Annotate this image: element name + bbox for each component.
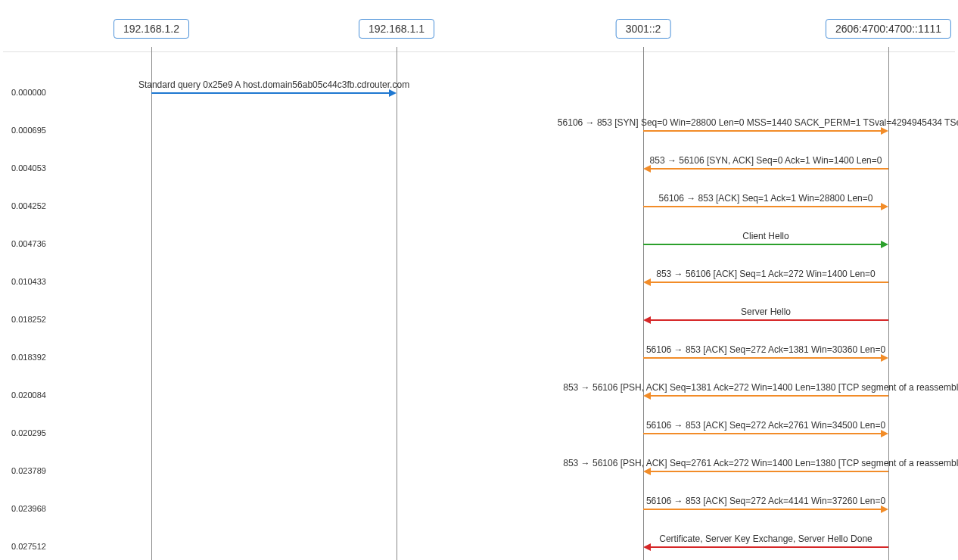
arrow-head-icon: [881, 506, 888, 513]
message-label[interactable]: 853 → 56106 [PSH, ACK] Seq=1381 Ack=272 …: [563, 382, 958, 393]
message-label[interactable]: 853 → 56106 [SYN, ACK] Seq=0 Ack=1 Win=1…: [650, 155, 882, 166]
message-arrow[interactable]: [651, 471, 888, 472]
timestamp: 0.020084: [11, 390, 46, 400]
node-n1[interactable]: 192.168.1.2: [114, 19, 189, 39]
message-arrow[interactable]: [651, 282, 888, 283]
arrow-head-icon: [881, 203, 888, 210]
message-label[interactable]: Server Hello: [741, 306, 791, 317]
timestamp: 0.000695: [11, 126, 46, 135]
message-label[interactable]: Certificate, Server Key Exchange, Server…: [659, 534, 872, 544]
timestamp: 0.004053: [11, 163, 46, 173]
message-arrow[interactable]: [651, 168, 888, 170]
arrow-head-icon: [643, 468, 651, 475]
message-arrow[interactable]: [643, 206, 881, 207]
message-arrow[interactable]: [651, 319, 888, 321]
lifeline-n2: [397, 47, 397, 560]
message-label[interactable]: Standard query 0x25e9 A host.domain56ab0…: [138, 79, 409, 90]
node-n3[interactable]: 3001::2: [616, 19, 671, 39]
message-label[interactable]: 56106 → 853 [ACK] Seq=1 Ack=1 Win=28800 …: [659, 193, 873, 204]
arrow-head-icon: [643, 278, 651, 286]
timestamp: 0.010433: [11, 277, 46, 286]
arrow-head-icon: [643, 392, 651, 400]
node-n2[interactable]: 192.168.1.1: [359, 19, 434, 39]
arrow-head-icon: [643, 165, 651, 173]
node-n4[interactable]: 2606:4700:4700::1111: [826, 19, 951, 39]
arrow-head-icon: [881, 354, 888, 362]
message-arrow[interactable]: [651, 395, 888, 397]
message-label[interactable]: 56106 → 853 [ACK] Seq=272 Ack=2761 Win=3…: [646, 420, 885, 431]
message-label[interactable]: 56106 → 853 [SYN] Seq=0 Win=28800 Len=0 …: [558, 117, 958, 128]
arrow-head-icon: [643, 316, 651, 324]
message-label[interactable]: 56106 → 853 [ACK] Seq=272 Ack=4141 Win=3…: [646, 496, 885, 506]
message-arrow[interactable]: [643, 244, 881, 245]
timestamp: 0.027512: [11, 542, 46, 551]
message-label[interactable]: 56106 → 853 [ACK] Seq=272 Ack=1381 Win=3…: [646, 344, 885, 355]
header-separator: [3, 51, 955, 52]
timestamp: 0.018392: [11, 353, 46, 362]
arrow-head-icon: [881, 127, 888, 135]
message-label[interactable]: 853 → 56106 [PSH, ACK] Seq=2761 Ack=272 …: [563, 458, 958, 468]
message-arrow[interactable]: [643, 130, 881, 132]
message-label[interactable]: Client Hello: [742, 231, 788, 241]
message-arrow[interactable]: [643, 357, 881, 359]
message-label[interactable]: 853 → 56106 [ACK] Seq=1 Ack=272 Win=1400…: [656, 269, 876, 279]
message-arrow[interactable]: [643, 433, 881, 434]
timestamp: 0.004252: [11, 201, 46, 210]
arrow-head-icon: [389, 89, 397, 97]
timestamp: 0.023789: [11, 466, 46, 475]
timestamp: 0.023968: [11, 504, 46, 513]
timestamp: 0.020295: [11, 428, 46, 437]
timestamp: 0.018252: [11, 315, 46, 324]
arrow-head-icon: [881, 430, 888, 437]
arrow-head-icon: [643, 543, 651, 551]
timestamp: 0.000000: [11, 88, 46, 97]
message-arrow[interactable]: [643, 509, 881, 510]
lifeline-n1: [151, 47, 152, 560]
arrow-head-icon: [881, 241, 888, 248]
message-arrow[interactable]: [151, 92, 389, 94]
timestamp: 0.004736: [11, 239, 46, 248]
message-arrow[interactable]: [651, 546, 888, 548]
